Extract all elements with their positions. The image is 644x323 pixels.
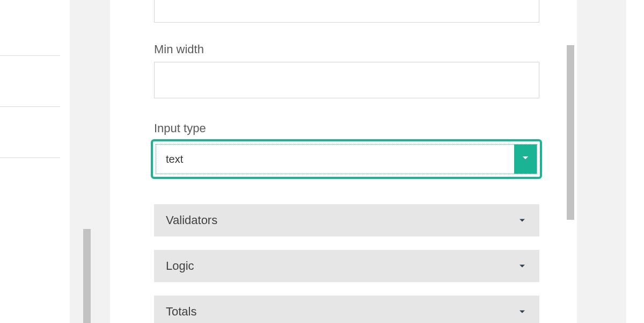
chevron-down-icon (517, 215, 528, 226)
chevron-down-icon (517, 306, 528, 317)
validators-label: Validators (166, 213, 217, 227)
dropdown-selected-value: text (156, 145, 514, 174)
sidebar-scrollbar[interactable] (83, 229, 91, 323)
chevron-down-icon (521, 153, 530, 165)
dropdown-inner: text (156, 144, 537, 174)
logic-section[interactable]: Logic (154, 250, 539, 282)
panel-scrollbar[interactable] (567, 45, 574, 220)
input-type-label: Input type (154, 121, 206, 135)
min-width-input[interactable] (154, 62, 539, 98)
right-margin (626, 0, 644, 323)
sidebar-divider (0, 106, 60, 107)
sidebar-divider (0, 157, 60, 158)
validators-section[interactable]: Validators (154, 204, 539, 236)
sidebar-divider (0, 55, 60, 56)
min-width-label: Min width (154, 42, 204, 56)
input-type-dropdown[interactable]: text (151, 139, 542, 179)
top-input[interactable] (154, 0, 539, 23)
chevron-down-icon (517, 261, 528, 271)
logic-label: Logic (166, 259, 194, 273)
totals-section[interactable]: Totals (154, 296, 539, 323)
left-sidebar (0, 0, 70, 323)
totals-label: Totals (166, 305, 196, 319)
dropdown-toggle-button[interactable] (514, 145, 537, 174)
